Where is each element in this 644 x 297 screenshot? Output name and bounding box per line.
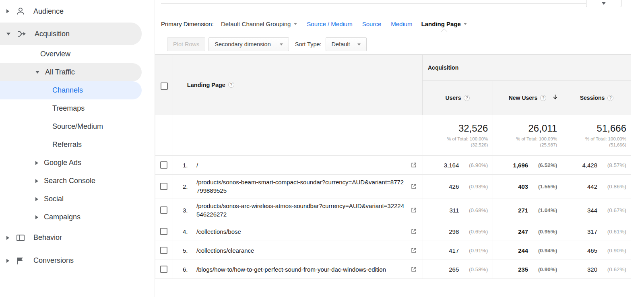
landing-page-cell: 2. /products/sonos-beam-smart-compact-so… <box>173 175 423 198</box>
open-in-new-icon[interactable] <box>411 266 417 272</box>
sidebar-item-campaigns[interactable]: Campaigns <box>0 208 142 226</box>
sidebar-item-referrals[interactable]: Referrals <box>0 136 142 154</box>
landing-page-column-header[interactable]: Landing Page ? <box>173 55 422 115</box>
open-in-new-icon[interactable] <box>411 183 417 190</box>
dimension-default-channel-grouping[interactable]: Default Channel Grouping <box>221 21 297 27</box>
sidebar-item-conversions[interactable]: Conversions <box>0 249 142 272</box>
sidebar-item-acquisition[interactable]: Acquisition <box>0 23 142 45</box>
help-icon[interactable]: ? <box>540 95 546 101</box>
sidebar-item-treemaps[interactable]: Treemaps <box>0 99 142 118</box>
landing-page-url: /products/sonos-beam-smart-compact-sound… <box>196 178 411 195</box>
sort-type-button[interactable]: Default <box>326 37 367 51</box>
chevron-down-icon <box>6 33 10 35</box>
sidebar-item-social[interactable]: Social <box>0 190 142 208</box>
row-checkbox-cell <box>155 222 173 241</box>
sidebar-item-behavior[interactable]: Behavior <box>0 226 142 249</box>
row-checkbox-cell <box>155 198 173 222</box>
row-checkbox[interactable] <box>160 247 167 254</box>
row-checkbox-cell <box>155 175 173 198</box>
landing-page-cell: 3. /products/sonos-arc-wireless-atmos-so… <box>173 198 423 222</box>
new-users-cell: 403 (1.55%) <box>493 175 562 198</box>
chevron-right-icon <box>35 161 38 165</box>
open-in-new-icon[interactable] <box>411 228 417 235</box>
sidebar-item-audience[interactable]: Audience <box>0 0 142 23</box>
acquisition-icon <box>17 29 27 39</box>
open-in-new-icon[interactable] <box>411 207 417 213</box>
new-users-pct: (1.04%) <box>528 207 557 213</box>
row-checkbox[interactable] <box>160 183 167 190</box>
help-icon[interactable]: ? <box>607 95 613 101</box>
sidebar-item-search-console[interactable]: Search Console <box>0 172 142 190</box>
users-pct: (6.90%) <box>459 162 488 168</box>
new-users-cell: 247 (0.95%) <box>493 222 562 241</box>
sort-descending-icon <box>552 93 559 100</box>
sidebar-item-all-traffic[interactable]: All Traffic <box>0 63 142 81</box>
sidebar-item-google-ads[interactable]: Google Ads <box>0 154 142 172</box>
new-users-value: 271 <box>518 207 528 214</box>
sidebar-item-source-medium[interactable]: Source/Medium <box>0 118 142 136</box>
sessions-cell: 344 (0.67%) <box>562 198 631 222</box>
landing-page-cell: 5. /collections/clearance <box>173 241 423 260</box>
sessions-column-header[interactable]: Sessions ? <box>562 81 631 115</box>
sessions-pct: (0.61%) <box>597 229 626 235</box>
dimension-landing-page[interactable]: Landing Page <box>421 21 467 27</box>
sidebar-item-label: Channels <box>52 86 83 95</box>
column-header-label: Sessions <box>580 95 605 101</box>
sidebar-item-label: Overview <box>40 50 70 58</box>
new-users-pct-total: % of Total: 100.09% <box>516 136 557 142</box>
acquisition-group-header: Acquisition <box>423 55 631 81</box>
chevron-down-icon <box>464 23 467 25</box>
dimension-source[interactable]: Source <box>362 21 382 27</box>
help-icon[interactable]: ? <box>228 82 234 88</box>
sidebar-item-label: Audience <box>33 7 64 16</box>
sidebar-item-label: Google Ads <box>44 159 81 167</box>
header-checkbox-cell <box>155 55 173 115</box>
help-icon[interactable]: ? <box>464 95 470 101</box>
sort-type-label: Sort Type: <box>295 41 322 47</box>
select-all-checkbox[interactable] <box>161 82 168 90</box>
new-users-column-header[interactable]: New Users ? <box>493 81 562 115</box>
chevron-right-icon <box>6 259 9 263</box>
secondary-dimension-button[interactable]: Secondary dimension <box>208 37 289 51</box>
sessions-cell: 317 (0.61%) <box>562 222 631 241</box>
totals-landing-cell <box>173 115 423 155</box>
chevron-down-icon <box>294 23 297 25</box>
new-users-pct-paren: (25,987) <box>540 142 557 148</box>
row-checkbox[interactable] <box>160 266 167 273</box>
totals-checkbox-cell <box>155 115 173 155</box>
metric-header-row: Users ? New Users ? Sessions ? <box>423 81 631 115</box>
sidebar-item-channels[interactable]: Channels <box>0 81 142 99</box>
users-column-header[interactable]: Users ? <box>423 81 493 115</box>
users-pct: (0.68%) <box>459 207 488 213</box>
row-checkbox[interactable] <box>160 228 167 235</box>
open-in-new-icon[interactable] <box>411 162 417 168</box>
new-users-value: 235 <box>518 266 528 273</box>
landing-page-url: /products/sonos-arc-wireless-atmos-sound… <box>196 202 411 219</box>
row-checkbox[interactable] <box>160 206 167 214</box>
export-dropdown-button[interactable] <box>586 0 621 7</box>
sidebar-item-label: Campaigns <box>44 213 80 221</box>
column-header-label: New Users <box>509 95 538 101</box>
open-in-new-icon[interactable] <box>411 247 417 254</box>
row-index: 3. <box>183 207 192 214</box>
dimension-medium[interactable]: Medium <box>391 21 412 27</box>
sidebar-item-label: Behavior <box>33 233 62 242</box>
sessions-pct: (8.57%) <box>597 162 626 168</box>
sessions-cell: 4,428 (8.57%) <box>562 156 631 174</box>
sessions-pct: (0.86%) <box>597 184 626 190</box>
landing-page-url: /blogs/how-to/how-to-get-perfect-sound-f… <box>196 265 411 274</box>
dimension-source-medium[interactable]: Source / Medium <box>307 21 352 27</box>
chevron-down-icon <box>602 2 606 5</box>
sort-type-value: Default <box>332 41 350 47</box>
sessions-total-cell: 51,666 % of Total: 100.00% (51,666) <box>562 115 631 155</box>
chevron-right-icon <box>35 179 38 183</box>
row-index: 1. <box>183 162 192 169</box>
users-pct-paren: (32,526) <box>471 142 488 148</box>
landing-page-cell: 1. / <box>173 156 423 174</box>
chevron-down-icon <box>35 71 39 74</box>
plot-rows-button[interactable]: Plot Rows <box>167 37 205 51</box>
row-checkbox[interactable] <box>160 161 167 169</box>
sidebar-item-overview[interactable]: Overview <box>0 45 142 63</box>
users-pct: (0.58%) <box>459 266 488 272</box>
table-row: 5. /collections/clearance 417 (0.91%) 24… <box>155 241 631 260</box>
